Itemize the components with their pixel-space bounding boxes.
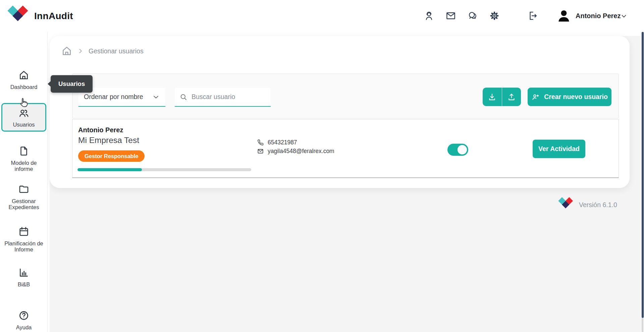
- scrollbar-thumb[interactable]: [642, 32, 644, 318]
- sidebar-item-gestionar-expedientes[interactable]: Gestionar Expedientes: [0, 184, 48, 210]
- upload-button[interactable]: [502, 88, 521, 106]
- page-scrollbar[interactable]: [641, 32, 644, 332]
- pointer-cursor-icon: [17, 96, 30, 110]
- support-icon[interactable]: [423, 10, 435, 21]
- version-footer: Versión 6.1.0: [558, 197, 617, 213]
- mail-icon: [257, 148, 264, 155]
- sidebar-item-ayuda[interactable]: Ayuda: [0, 310, 48, 330]
- sidebar-item-dashboard[interactable]: Dashboard: [0, 69, 48, 90]
- create-user-label: Crear nuevo usuario: [544, 93, 608, 101]
- sidebar-item-modelo-de-informe[interactable]: Modelo de informe: [0, 145, 48, 172]
- user-progress-bar: [77, 168, 251, 171]
- logout-icon[interactable]: [527, 10, 538, 21]
- home-icon: [18, 69, 30, 82]
- search-box: [175, 88, 271, 107]
- create-user-button[interactable]: Crear nuevo usuario: [528, 88, 611, 106]
- upload-icon: [507, 92, 516, 102]
- sidebar-item-label: Modelo de informe: [3, 160, 44, 172]
- user-company: Mi Empresa Test: [78, 136, 139, 145]
- mail-icon[interactable]: [445, 10, 457, 21]
- content-card: Gestionar usuarios Ordenar por nombre: [50, 36, 630, 188]
- user-email: yagila4548@feralrex.com: [268, 148, 334, 155]
- avatar[interactable]: [556, 8, 572, 23]
- sidebar: Dashboard Usuarios Modelo de informe: [0, 32, 48, 332]
- calendar-icon: [18, 226, 30, 239]
- toggle-knob: [458, 145, 467, 154]
- progress-fill: [77, 168, 142, 171]
- sidebar-item-bib[interactable]: Bi&B: [0, 267, 48, 287]
- breadcrumb-current-page: Gestionar usuarios: [89, 47, 144, 55]
- sidebar-item-label: Bi&B: [18, 281, 30, 287]
- app-window: InnAudit: [0, 0, 644, 332]
- user-phone-row: 654321987: [257, 139, 334, 146]
- settings-icon[interactable]: [489, 10, 500, 21]
- search-input[interactable]: [192, 93, 266, 101]
- logo-mark-icon: [558, 197, 574, 213]
- user-email-row: yagila4548@feralrex.com: [257, 148, 334, 155]
- user-active-toggle[interactable]: [447, 144, 468, 156]
- import-export-buttons: [483, 88, 521, 106]
- user-role-badge: Gestor Responsable: [78, 150, 145, 162]
- breadcrumb: Gestionar usuarios: [61, 45, 144, 57]
- sidebar-item-label: Gestionar Expedientes: [3, 198, 44, 210]
- chevron-down-icon: [152, 93, 160, 101]
- header: InnAudit: [0, 0, 644, 32]
- main-content: Gestionar usuarios Ordenar por nombre: [50, 36, 641, 332]
- chat-icon[interactable]: [467, 10, 478, 21]
- header-user-name[interactable]: Antonio Perez: [576, 0, 621, 32]
- sidebar-item-label: Usuarios: [13, 122, 35, 128]
- user-phone: 654321987: [268, 139, 297, 146]
- user-list: Antonio Perez Mi Empresa Test Gestor Res…: [72, 119, 619, 178]
- sidebar-item-label: Dashboard: [10, 84, 38, 90]
- version-label: Versión 6.1.0: [579, 201, 617, 209]
- filter-bar: Ordenar por nombre: [72, 74, 619, 118]
- search-icon: [179, 93, 187, 101]
- user-contact: 654321987 yagila4548@feralrex.com: [257, 139, 334, 155]
- user-name: Antonio Perez: [78, 126, 123, 134]
- app-name: InnAudit: [34, 11, 73, 21]
- bar-chart-icon: [18, 267, 30, 280]
- scrollbar-track: [642, 318, 643, 332]
- download-icon: [487, 92, 497, 102]
- user-plus-icon: [531, 93, 540, 101]
- sidebar-item-label: Ayuda: [16, 324, 32, 330]
- download-button[interactable]: [483, 88, 502, 106]
- help-icon: [18, 310, 30, 323]
- sidebar-item-label: Planificación de Informe: [3, 240, 44, 252]
- folder-icon: [18, 184, 30, 196]
- sort-select-value: Ordenar por nombre: [84, 93, 152, 101]
- phone-icon: [257, 139, 264, 146]
- document-icon: [18, 145, 30, 158]
- chevron-down-icon[interactable]: [620, 12, 628, 20]
- sidebar-item-planificacion-de-informe[interactable]: Planificación de Informe: [0, 226, 48, 252]
- logo-mark-icon: [7, 5, 29, 27]
- chevron-right-icon: [77, 48, 84, 54]
- breadcrumb-home-icon[interactable]: [61, 45, 72, 57]
- app-logo[interactable]: InnAudit: [7, 5, 73, 27]
- view-activity-button[interactable]: Ver Actividad: [533, 140, 585, 158]
- sidebar-tooltip: Usuarios: [51, 75, 93, 93]
